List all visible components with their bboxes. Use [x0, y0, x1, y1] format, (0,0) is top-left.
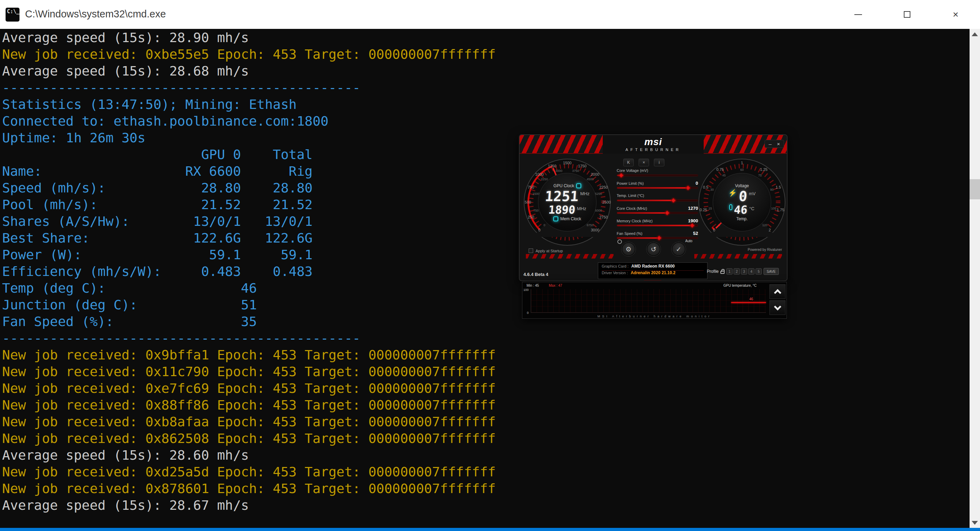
gpu-chip-icon	[576, 183, 581, 188]
fan-auto-toggle[interactable]: Auto	[685, 239, 692, 243]
tuning-sliders: Core Voltage (mV)Power Limit (%)0Temp. L…	[617, 169, 698, 243]
console-line: Power (W): 59.1 59.1	[2, 246, 496, 263]
gpu-clock-gauge: 0250500750100012501500175020002250250027…	[523, 158, 611, 246]
temperature-trace	[731, 302, 766, 303]
slider-knob[interactable]	[619, 173, 624, 178]
graphics-card-value: AMD Radeon RX 6600	[631, 264, 675, 268]
lock-icon[interactable]	[721, 271, 725, 274]
slider-track[interactable]	[617, 174, 698, 176]
console-output[interactable]: Average speed (15s): 28.90 mh/sNew job r…	[2, 29, 496, 514]
voltage-temp-gauge: 00.250.50.7511.251.51.752 01530456075901…	[698, 158, 786, 246]
window-titlebar[interactable]: C:\ C:\Windows\system32\cmd.exe ×	[0, 0, 980, 29]
hardware-monitor-window: Min : 45 Max : 47 GPU temperature, °C 10…	[522, 282, 787, 319]
slider-value: 52	[693, 231, 698, 235]
scrollbar-up-button[interactable]	[970, 29, 980, 39]
slider-knob[interactable]	[690, 223, 695, 228]
monitor-max-text: Max : 47	[549, 284, 562, 288]
console-line: ----------------------------------------…	[2, 330, 496, 347]
slider-knob[interactable]	[657, 235, 662, 240]
profile-slot-button[interactable]: 5	[756, 268, 762, 275]
console-line: Speed (mh/s): 28.80 28.80	[2, 180, 496, 196]
msi-afterburner-window: msi AFTERBURNER – × 02505007501000125015…	[519, 134, 788, 320]
console-line: New job received: 0xe7fc69 Epoch: 453 Ta…	[2, 380, 496, 397]
fan-curve-button[interactable]: ×	[639, 159, 649, 166]
close-button[interactable]: ×	[931, 0, 980, 29]
graphics-card-label: Graphics Card :	[602, 264, 628, 268]
slider-track[interactable]	[617, 212, 698, 214]
slider-label: Core Clock (MHz)	[617, 206, 647, 210]
console-line: Average speed (15s): 28.68 mh/s	[2, 63, 496, 79]
voltage-label: Voltage	[735, 183, 749, 188]
console-line: Junction (deg C): 51	[2, 296, 496, 313]
console-line: Name: RX 6600 Rig	[2, 163, 496, 180]
afterburner-window-controls: – ×	[765, 140, 784, 148]
slider-fill	[617, 225, 692, 226]
slider-knob[interactable]	[671, 198, 676, 203]
slider-label: Temp. Limit (°C)	[617, 194, 644, 198]
slider-fill	[617, 237, 659, 239]
window-title: C:\Windows\system32\cmd.exe	[25, 8, 166, 20]
slider-value: 0	[696, 181, 698, 186]
scrollbar-down-button[interactable]	[970, 517, 980, 528]
gpu-clock-label: GPU Clock	[553, 183, 574, 188]
profile-label: Profile	[707, 269, 719, 274]
slider-knob[interactable]	[686, 186, 690, 190]
profile-slot-button[interactable]: 2	[733, 268, 740, 275]
startup-checkbox[interactable]	[529, 248, 533, 253]
chevron-down-icon	[774, 303, 781, 310]
slider-knob[interactable]	[665, 210, 670, 215]
hazard-stripes-left	[526, 254, 614, 259]
apply-button[interactable]: ✓	[672, 242, 686, 256]
console-line: ----------------------------------------…	[2, 79, 496, 96]
afterburner-close-button[interactable]: ×	[775, 141, 782, 147]
console-line: Fan Speed (%): 35	[2, 313, 496, 330]
monitor-min-text: Min : 45	[527, 284, 539, 288]
detach-button[interactable]: Detach	[643, 280, 662, 281]
close-icon: ×	[953, 9, 958, 20]
mem-clock-unit: MHz	[577, 206, 586, 211]
save-button[interactable]: SAVE	[764, 268, 779, 275]
apply-at-startup[interactable]: Apply at Startup	[529, 248, 563, 253]
slider-label: Power Limit (%)	[617, 181, 644, 186]
console-line: Statistics (13:47:50); Mining: Ethash	[2, 96, 496, 113]
scrollbar-thumb[interactable]	[970, 179, 980, 199]
temp-label: Temp.	[737, 216, 748, 221]
monitor-scroll-down-button[interactable]	[770, 300, 786, 315]
hazard-stripes-right	[694, 254, 782, 259]
console-line: GPU 0 Total	[2, 146, 496, 163]
afterburner-minimize-button[interactable]: –	[767, 141, 773, 147]
minimize-icon	[854, 14, 862, 15]
console-line: Average speed (15s): 28.67 mh/s	[2, 497, 496, 514]
afterburner-titlebar[interactable]: msi AFTERBURNER – ×	[520, 135, 787, 154]
temperature-graph	[531, 289, 766, 313]
gpu-info-box: Graphics Card : AMD Radeon RX 6600 Drive…	[598, 262, 708, 279]
fan-settings-gear-icon[interactable]	[617, 239, 622, 244]
triangle-up-icon	[972, 32, 978, 36]
profile-slot-button[interactable]: 4	[748, 268, 754, 275]
info-button[interactable]: i	[654, 159, 664, 166]
console-line: Pool (mh/s): 21.52 21.52	[2, 196, 496, 213]
lightning-icon: ⚡	[729, 189, 737, 196]
minimize-button[interactable]	[834, 0, 883, 29]
profile-slot-button[interactable]: 1	[726, 268, 733, 275]
monitor-scroll-up-button[interactable]	[770, 284, 786, 299]
brand-text: msi	[644, 137, 662, 147]
console-line: Average speed (15s): 28.60 mh/s	[2, 447, 496, 464]
console-scrollbar[interactable]	[970, 29, 980, 528]
reset-button[interactable]: ↺	[647, 242, 660, 256]
console-line: Shares (A/S/Hw): 13/0/1 13/0/1	[2, 213, 496, 230]
slider-track[interactable]	[617, 199, 698, 202]
window-controls: ×	[834, 0, 980, 29]
voltage-unit: mV	[749, 191, 756, 196]
slider-label: Memory Clock (MHz)	[617, 219, 652, 223]
maximize-button[interactable]	[883, 0, 931, 29]
slider-row: Power Limit (%)0	[617, 181, 698, 189]
afterburner-main-window: msi AFTERBURNER – × 02505007501000125015…	[519, 134, 788, 281]
settings-button[interactable]: ⚙	[622, 242, 635, 256]
profile-slot-button[interactable]: 3	[741, 268, 747, 275]
slider-track[interactable]	[617, 224, 698, 227]
slider-track[interactable]	[617, 187, 698, 189]
slider-label: Core Voltage (mV)	[617, 169, 648, 173]
console-line: New job received: 0x9bffa1 Epoch: 453 Ta…	[2, 347, 496, 363]
oc-scanner-button[interactable]: K	[623, 159, 634, 166]
